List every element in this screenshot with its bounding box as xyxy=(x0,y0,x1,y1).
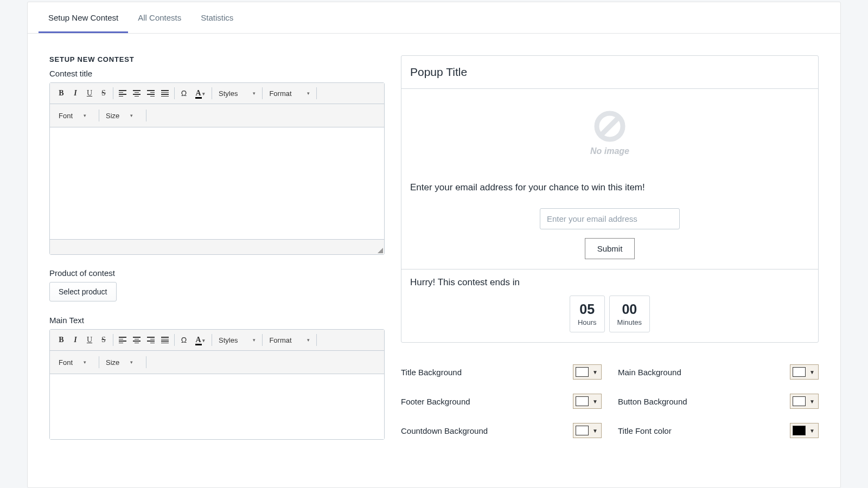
format-dropdown-label: Format xyxy=(269,336,291,344)
chevron-down-icon: ▼ xyxy=(808,369,816,375)
font-dropdown[interactable]: Font▾ xyxy=(54,354,97,370)
resize-handle-icon[interactable] xyxy=(378,248,383,253)
no-image-text: No image xyxy=(410,146,809,156)
font-dropdown-label: Font xyxy=(59,112,73,120)
color-row-title-font: Title Font color ▼ xyxy=(618,423,819,438)
select-product-button[interactable]: Select product xyxy=(49,282,117,301)
toolbar-sep xyxy=(113,334,113,346)
toolbar-sep xyxy=(316,334,317,346)
bold-button[interactable]: B xyxy=(54,85,68,101)
font-dropdown-label: Font xyxy=(59,358,73,367)
toolbar-sep xyxy=(316,87,317,99)
strike-button[interactable]: S xyxy=(97,85,111,101)
styles-dropdown[interactable]: Styles▾ xyxy=(214,332,260,348)
align-right-button[interactable] xyxy=(144,332,158,348)
color-picker-countdown-bg[interactable]: ▼ xyxy=(573,423,602,438)
popup-prompt-text: Enter your email address for your chance… xyxy=(410,182,809,193)
editor-toolbar: B I U S Ω A▾ Styles▾ Format▾ xyxy=(50,83,384,104)
color-picker-footer-bg[interactable]: ▼ xyxy=(573,394,602,409)
countdown-minutes-label: Minutes xyxy=(617,318,642,326)
color-row-countdown-bg: Countdown Background ▼ xyxy=(401,423,602,438)
align-left-button[interactable] xyxy=(116,332,130,348)
color-row-footer-bg: Footer Background ▼ xyxy=(401,394,602,409)
color-picker-title-bg[interactable]: ▼ xyxy=(573,364,602,380)
section-header: SETUP NEW CONTEST xyxy=(49,55,385,63)
color-label: Footer Background xyxy=(401,397,470,406)
chevron-down-icon: ▾ xyxy=(84,359,86,365)
align-center-button[interactable] xyxy=(130,85,144,101)
color-swatch xyxy=(793,396,806,406)
countdown-minutes: 00 Minutes xyxy=(609,296,650,332)
italic-button[interactable]: I xyxy=(68,332,82,348)
color-picker-title-font[interactable]: ▼ xyxy=(790,423,819,438)
underline-button[interactable]: U xyxy=(82,85,97,101)
align-justify-button[interactable] xyxy=(158,85,172,101)
editor-body[interactable] xyxy=(50,374,384,439)
color-swatch xyxy=(793,367,806,377)
styles-dropdown-label: Styles xyxy=(219,336,238,344)
editor-body[interactable] xyxy=(50,127,384,239)
special-char-button[interactable]: Ω xyxy=(177,332,191,348)
color-row-button-bg: Button Background ▼ xyxy=(618,394,819,409)
format-dropdown[interactable]: Format▾ xyxy=(265,332,314,348)
color-picker-main-bg[interactable]: ▼ xyxy=(790,364,819,380)
chevron-down-icon: ▼ xyxy=(591,428,599,434)
align-right-button[interactable] xyxy=(144,85,158,101)
popup-preview: Popup Title No image Enter your email ad… xyxy=(401,55,819,343)
app-frame: Setup New Contest All Contests Statistic… xyxy=(27,2,841,488)
color-swatch xyxy=(576,396,589,406)
toolbar-sep xyxy=(174,334,175,346)
color-swatch xyxy=(793,426,806,435)
color-picker-button-bg[interactable]: ▼ xyxy=(790,394,819,409)
bold-button[interactable]: B xyxy=(54,332,68,348)
tab-setup-new-contest[interactable]: Setup New Contest xyxy=(39,2,128,33)
format-dropdown-label: Format xyxy=(269,89,291,98)
chevron-down-icon: ▾ xyxy=(307,337,310,343)
size-dropdown[interactable]: Size▾ xyxy=(101,354,144,370)
countdown-hours-label: Hours xyxy=(578,318,597,326)
format-dropdown[interactable]: Format▾ xyxy=(265,85,314,101)
special-char-button[interactable]: Ω xyxy=(177,85,191,101)
color-label: Button Background xyxy=(618,397,687,406)
tab-statistics[interactable]: Statistics xyxy=(191,2,243,33)
editor-contest-title: B I U S Ω A▾ Styles▾ Format▾ xyxy=(49,82,385,255)
countdown-minutes-value: 00 xyxy=(617,301,642,317)
label-contest-title: Contest title xyxy=(49,69,385,78)
align-left-button[interactable] xyxy=(116,85,130,101)
toolbar-sep xyxy=(174,87,175,99)
label-main-text: Main Text xyxy=(49,316,385,325)
underline-button[interactable]: U xyxy=(82,332,97,348)
color-label: Main Background xyxy=(618,368,681,377)
chevron-down-icon: ▾ xyxy=(253,337,256,343)
chevron-down-icon: ▾ xyxy=(130,113,133,118)
align-justify-button[interactable] xyxy=(158,332,172,348)
size-dropdown[interactable]: Size▾ xyxy=(101,107,144,124)
text-color-button[interactable]: A▾ xyxy=(191,332,209,348)
toolbar-sep xyxy=(212,87,212,99)
italic-button[interactable]: I xyxy=(68,85,82,101)
no-image-icon xyxy=(594,111,626,142)
font-dropdown[interactable]: Font▾ xyxy=(54,107,97,124)
color-swatch xyxy=(576,367,589,377)
chevron-down-icon: ▾ xyxy=(253,91,256,96)
text-color-button[interactable]: A▾ xyxy=(191,85,209,101)
color-swatch xyxy=(576,426,589,435)
size-dropdown-label: Size xyxy=(106,112,119,120)
strike-button[interactable]: S xyxy=(97,332,111,348)
align-center-button[interactable] xyxy=(130,332,144,348)
submit-button[interactable]: Submit xyxy=(585,238,635,259)
countdown-hours: 05 Hours xyxy=(570,296,605,332)
toolbar-sep xyxy=(99,110,99,121)
preview-column: Popup Title No image Enter your email ad… xyxy=(401,55,819,440)
toolbar-sep xyxy=(113,87,113,99)
email-input[interactable] xyxy=(540,208,680,229)
styles-dropdown[interactable]: Styles▾ xyxy=(214,85,260,101)
svg-line-1 xyxy=(602,118,618,134)
toolbar-sep xyxy=(146,356,146,368)
toolbar-sep xyxy=(262,87,263,99)
popup-body: No image Enter your email address for yo… xyxy=(401,89,818,269)
tab-all-contests[interactable]: All Contests xyxy=(128,2,191,33)
chevron-down-icon: ▼ xyxy=(591,399,599,404)
countdown: 05 Hours 00 Minutes xyxy=(410,296,809,332)
content-area: SETUP NEW CONTEST Contest title B I U S … xyxy=(28,34,840,440)
